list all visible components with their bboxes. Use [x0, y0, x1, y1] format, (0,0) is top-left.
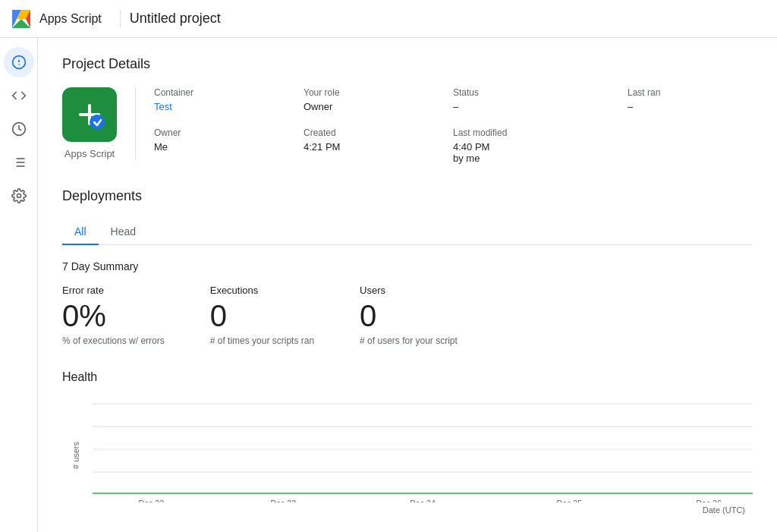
sidebar-item-settings[interactable]: [4, 181, 34, 211]
sidebar-item-overview[interactable]: [4, 47, 34, 77]
stat-error-rate-value: 0%: [62, 299, 165, 332]
stat-error-rate: Error rate 0% % of executions w/ errors: [62, 285, 165, 346]
chart-container: # users 4 3 2 1 0 Dec 22 Dec 23: [93, 396, 753, 515]
header: Apps Script Untitled project: [0, 0, 777, 38]
project-icon-label: Apps Script: [64, 148, 115, 159]
health-chart: 4 3 2 1 0 Dec 22 Dec 23 Dec 24 Dec 25 De…: [93, 396, 753, 502]
project-details-title: Project Details: [62, 56, 753, 72]
stat-executions-name: Executions: [210, 285, 314, 296]
svg-point-8: [18, 65, 20, 66]
meta-created-label: Created: [304, 127, 429, 138]
svg-text:Dec 23: Dec 23: [271, 499, 297, 502]
meta-last-modified: Last modified 4:40 PM by me: [453, 127, 753, 164]
tabs-bar: All Head: [62, 219, 753, 245]
meta-status-value: –: [453, 101, 603, 112]
app-title: Apps Script: [39, 12, 102, 26]
meta-role-label: Your role: [304, 87, 429, 98]
meta-last-modified-value: 4:40 PM by me: [453, 141, 753, 164]
meta-last-modified-label: Last modified: [453, 127, 753, 138]
stat-executions-desc: # of times your scripts ran: [210, 335, 314, 346]
meta-last-ran: Last ran –: [628, 87, 753, 112]
header-divider: [120, 10, 121, 28]
logo: Apps Script: [9, 7, 111, 31]
svg-point-16: [17, 194, 20, 198]
stats-row: Error rate 0% % of executions w/ errors …: [62, 285, 753, 346]
meta-container: Container Test: [154, 87, 279, 112]
health-title: Health: [62, 370, 753, 384]
meta-owner-label: Owner: [154, 127, 279, 138]
meta-container-label: Container: [154, 87, 279, 98]
svg-text:Dec 25: Dec 25: [557, 499, 583, 502]
deployments-title: Deployments: [62, 188, 753, 204]
main-layout: Project Details Apps Script: [0, 38, 777, 532]
sidebar-item-executions[interactable]: [4, 147, 34, 178]
meta-last-ran-label: Last ran: [628, 87, 753, 98]
meta-container-value[interactable]: Test: [154, 101, 279, 112]
meta-created: Created 4:21 PM: [304, 127, 429, 164]
sidebar: [0, 38, 38, 532]
project-icon-svg: [73, 98, 106, 131]
content-area: Project Details Apps Script: [38, 38, 777, 532]
meta-owner: Owner Me: [154, 127, 279, 164]
meta-status: Status –: [453, 87, 603, 112]
deployments-section: Deployments All Head 7 Day Summary Error…: [62, 188, 753, 346]
project-title[interactable]: Untitled project: [130, 11, 221, 27]
stat-error-rate-desc: % of executions w/ errors: [62, 335, 165, 346]
meta-last-ran-value: –: [628, 101, 753, 112]
meta-owner-value: Me: [154, 141, 279, 153]
svg-text:Dec 24: Dec 24: [410, 499, 436, 502]
stat-users-desc: # of users for your script: [360, 335, 458, 346]
apps-script-logo: [9, 7, 33, 31]
stat-users-value: 0: [360, 299, 458, 332]
chart-x-label: Date (UTC): [93, 505, 745, 515]
meta-role: Your role Owner: [304, 87, 429, 112]
project-icon-area: Apps Script: [62, 87, 136, 159]
tab-head[interactable]: Head: [99, 219, 148, 245]
sidebar-item-triggers[interactable]: [4, 114, 34, 144]
chart-y-label: # users: [71, 442, 80, 469]
stat-executions: Executions 0 # of times your scripts ran: [210, 285, 314, 346]
meta-status-label: Status: [453, 87, 603, 98]
svg-text:Dec 26: Dec 26: [696, 499, 722, 502]
stat-users: Users 0 # of users for your script: [360, 285, 458, 346]
project-card: Apps Script Container Test Your role Own…: [62, 87, 753, 164]
svg-text:Dec 22: Dec 22: [139, 499, 165, 502]
stat-users-name: Users: [360, 285, 458, 296]
project-meta: Container Test Your role Owner Status – …: [154, 87, 753, 164]
sidebar-item-editor[interactable]: [4, 80, 34, 111]
health-section: Health # users 4 3 2 1 0 De: [62, 370, 753, 515]
svg-point-20: [90, 115, 105, 130]
meta-role-value: Owner: [304, 101, 429, 112]
stat-executions-value: 0: [210, 299, 314, 332]
meta-created-value: 4:21 PM: [304, 141, 429, 153]
project-icon-box: [62, 87, 117, 142]
summary-title: 7 Day Summary: [62, 260, 753, 272]
tab-all[interactable]: All: [62, 219, 99, 245]
stat-error-rate-name: Error rate: [62, 285, 165, 296]
